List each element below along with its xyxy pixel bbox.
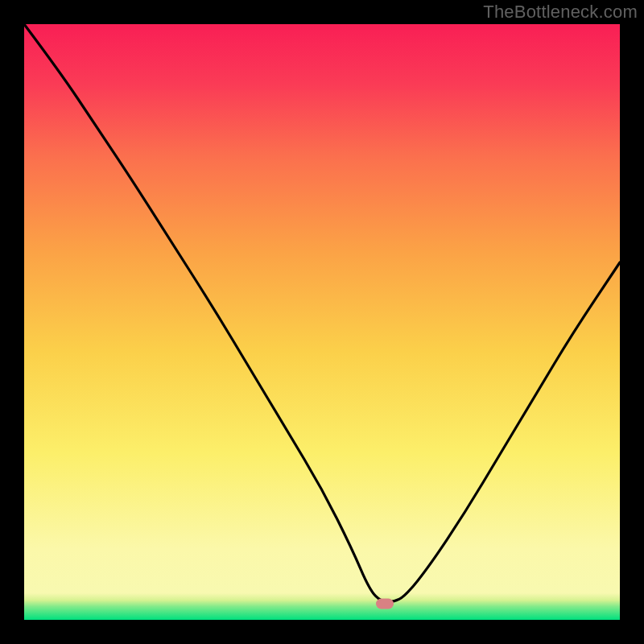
plot-area xyxy=(24,24,620,620)
chart-frame: TheBottleneck.com xyxy=(0,0,644,644)
bottleneck-curve xyxy=(24,24,620,620)
curve-path xyxy=(24,24,620,602)
minimum-marker xyxy=(376,599,394,609)
watermark-text: TheBottleneck.com xyxy=(483,2,638,23)
